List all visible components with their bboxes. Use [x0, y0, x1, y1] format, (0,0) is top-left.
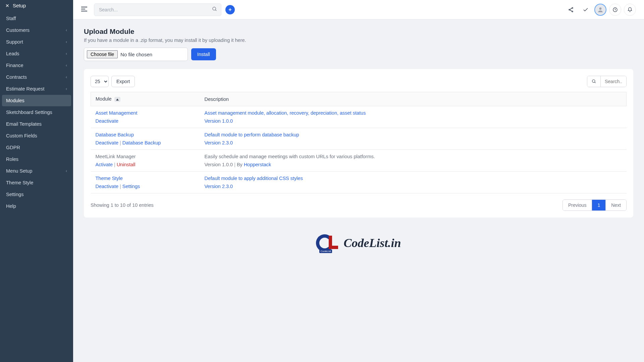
logo-badge-icon: CodeList — [316, 234, 341, 252]
logo-text: CodeList.in — [343, 236, 401, 250]
module-version: Version 1.0.0 — [205, 162, 233, 167]
bell-icon[interactable] — [624, 4, 636, 16]
page-subtitle: If you have a module in a .zip format, y… — [84, 38, 633, 43]
sidebar-menu: StaffCustomers‹Support‹Leads‹Finance‹Con… — [0, 11, 73, 214]
activate-link[interactable]: Activate — [96, 162, 113, 167]
sidebar-title: Setup — [13, 3, 26, 8]
install-button[interactable]: Install — [191, 48, 216, 60]
sidebar-item-label: Settings — [6, 192, 23, 197]
svg-point-7 — [599, 7, 602, 10]
modules-table: Module Description Asset ManagementDeact… — [91, 92, 627, 193]
search-icon[interactable] — [212, 6, 217, 13]
sidebar: ✕ Setup StaffCustomers‹Support‹Leads‹Fin… — [0, 0, 73, 362]
module-actions: Deactivate|Settings — [96, 184, 195, 189]
sidebar-item-label: Sketchboard Settings — [6, 110, 52, 115]
sidebar-item-label: Contracts — [6, 74, 27, 80]
table-search-icon[interactable] — [587, 76, 601, 87]
svg-point-3 — [569, 9, 570, 10]
menu-toggle-icon[interactable] — [81, 6, 87, 13]
sidebar-item-contracts[interactable]: Contracts‹ — [2, 71, 71, 83]
clock-icon[interactable] — [609, 4, 621, 16]
card-toolbar: 25 Export — [91, 76, 627, 87]
table-footer: Showing 1 to 10 of 10 entries Previous 1… — [91, 199, 627, 211]
uninstall-link[interactable]: Uninstall — [117, 162, 136, 167]
sidebar-item-label: Menu Setup — [6, 168, 32, 174]
sidebar-item-sketchboard-settings[interactable]: Sketchboard Settings — [2, 107, 71, 118]
sidebar-item-label: Email Templates — [6, 121, 42, 127]
next-button[interactable]: Next — [606, 200, 626, 210]
share-icon[interactable] — [565, 4, 577, 16]
svg-line-10 — [594, 82, 595, 83]
chevron-left-icon: ‹ — [66, 75, 67, 79]
file-input[interactable]: Choose file No file chosen — [84, 48, 188, 61]
deactivate-link[interactable]: Deactivate — [96, 184, 119, 189]
choose-file-button[interactable]: Choose file — [87, 50, 118, 58]
topbar-actions — [565, 4, 636, 16]
prev-button[interactable]: Previous — [563, 200, 592, 210]
svg-line-1 — [215, 10, 216, 11]
sidebar-item-gdpr[interactable]: GDPR — [2, 142, 71, 153]
module-version: Version 1.0.0 — [205, 118, 233, 124]
sidebar-item-theme-style[interactable]: Theme Style — [2, 177, 71, 188]
author-link[interactable]: Hopperstack — [244, 162, 271, 167]
export-button[interactable]: Export — [111, 76, 135, 87]
module-description: Default module to apply additional CSS s… — [205, 176, 622, 181]
deactivate-link[interactable]: Deactivate — [96, 140, 119, 145]
sidebar-item-roles[interactable]: Roles — [2, 154, 71, 165]
table-search — [587, 76, 627, 87]
sidebar-header: ✕ Setup — [0, 0, 73, 11]
deactivate-link[interactable]: Deactivate — [96, 118, 119, 124]
close-icon[interactable]: ✕ — [5, 3, 9, 8]
add-button[interactable]: + — [225, 5, 235, 14]
module-name: MeetLink Manager — [96, 154, 195, 159]
table-row: Database BackupDeactivate|Database Backu… — [91, 128, 627, 150]
settings-link[interactable]: Settings — [122, 184, 140, 189]
sort-icon — [114, 97, 120, 102]
page-1-button[interactable]: 1 — [592, 200, 606, 210]
module-name[interactable]: Asset Management — [96, 110, 195, 116]
header-module[interactable]: Module — [91, 92, 200, 106]
sidebar-item-staff[interactable]: Staff — [2, 13, 71, 24]
table-row: Asset ManagementDeactivateAsset manageme… — [91, 106, 627, 128]
sidebar-item-email-templates[interactable]: Email Templates — [2, 118, 71, 130]
sidebar-item-label: Staff — [6, 16, 16, 21]
chevron-left-icon: ‹ — [66, 169, 67, 173]
sidebar-item-label: GDPR — [6, 145, 20, 150]
svg-point-4 — [572, 11, 573, 12]
sidebar-item-help[interactable]: Help — [2, 200, 71, 212]
sidebar-item-label: Estimate Request — [6, 86, 44, 92]
sidebar-item-label: Custom Fields — [6, 133, 37, 138]
global-search — [94, 3, 221, 16]
svg-point-9 — [592, 80, 595, 82]
sidebar-item-support[interactable]: Support‹ — [2, 36, 71, 48]
sidebar-item-customers[interactable]: Customers‹ — [2, 24, 71, 36]
entries-info: Showing 1 to 10 of 10 entries — [91, 202, 154, 208]
module-description: Default module to perform database backu… — [205, 132, 622, 137]
sidebar-item-menu-setup[interactable]: Menu Setup‹ — [2, 165, 71, 177]
sidebar-item-finance[interactable]: Finance‹ — [2, 60, 71, 71]
module-actions: Activate|Uninstall — [96, 162, 195, 167]
sidebar-item-settings[interactable]: Settings — [2, 189, 71, 200]
content: Upload Module If you have a module in a … — [73, 19, 644, 362]
sidebar-item-label: Help — [6, 203, 16, 209]
chevron-left-icon: ‹ — [66, 63, 67, 68]
database-backup-link[interactable]: Database Backup — [122, 140, 161, 145]
footer-logo: CodeList CodeList.in — [84, 234, 633, 252]
page-size-select[interactable]: 25 — [91, 76, 109, 87]
topbar: + — [73, 0, 644, 19]
sidebar-item-label: Leads — [6, 51, 19, 56]
header-description[interactable]: Description — [200, 92, 627, 106]
check-icon[interactable] — [580, 4, 592, 16]
avatar[interactable] — [594, 4, 606, 16]
chevron-left-icon: ‹ — [66, 28, 67, 33]
module-name[interactable]: Database Backup — [96, 132, 195, 137]
module-name[interactable]: Theme Style — [96, 176, 195, 181]
sidebar-item-leads[interactable]: Leads‹ — [2, 48, 71, 59]
module-actions: Deactivate|Database Backup — [96, 140, 195, 145]
sidebar-item-custom-fields[interactable]: Custom Fields — [2, 130, 71, 141]
table-search-input[interactable] — [601, 76, 626, 87]
sidebar-item-modules[interactable]: Modules — [2, 95, 71, 106]
sidebar-item-label: Theme Style — [6, 180, 33, 185]
search-input[interactable] — [94, 3, 221, 16]
sidebar-item-estimate-request[interactable]: Estimate Request‹ — [2, 83, 71, 95]
